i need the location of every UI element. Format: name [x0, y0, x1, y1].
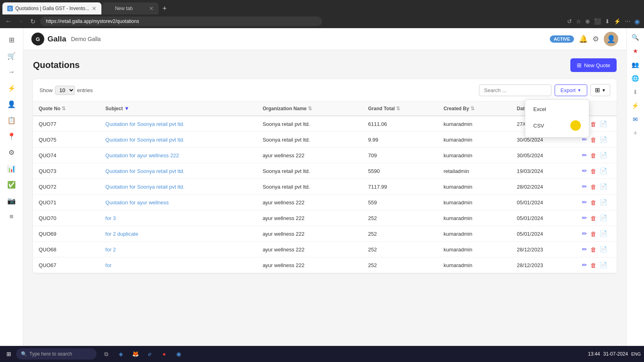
browser-icon-profile[interactable]: ◉	[634, 18, 640, 25]
right-icon-star[interactable]: ★	[630, 45, 642, 57]
sidebar-icon-arrow[interactable]: →	[4, 64, 19, 80]
sidebar-icon-list[interactable]: ≡	[4, 209, 19, 224]
forward-button[interactable]: →	[16, 18, 25, 25]
edit-icon[interactable]: ✏	[582, 230, 587, 237]
cell-subject[interactable]: Quotation for Soonya retail pvt ltd.	[100, 163, 257, 179]
taskbar-icon-firefox[interactable]: 🦊	[129, 348, 142, 360]
sidebar-icon-camera[interactable]: 📷	[4, 193, 19, 208]
view-icon[interactable]: 📄	[600, 152, 607, 159]
browser-icon-refresh[interactable]: ↺	[567, 18, 572, 25]
browser-icon-ext3[interactable]: ⚡	[614, 18, 621, 25]
notification-icon[interactable]: 🔔	[579, 35, 588, 43]
cell-subject[interactable]: Quotation for ayur wellness 222	[100, 148, 257, 163]
right-icon-download[interactable]: ⬇	[630, 86, 642, 98]
new-tab-button[interactable]: +	[159, 3, 170, 14]
cell-subject[interactable]: for 3	[100, 210, 257, 226]
dropdown-csv-item[interactable]: CSV	[525, 116, 589, 135]
edit-icon[interactable]: ✏	[582, 183, 587, 190]
cell-subject[interactable]: Quotation for Soonya retail pvt ltd.	[100, 116, 257, 132]
cell-subject[interactable]: Quotation for ayur wellness	[100, 195, 257, 210]
view-icon[interactable]: 📄	[600, 120, 607, 128]
browser-icon-more[interactable]: ⋯	[625, 18, 630, 25]
delete-icon[interactable]: 🗑	[590, 230, 597, 237]
browser-icon-download[interactable]: ⬇	[605, 18, 610, 25]
taskbar-icon-edge[interactable]: ◈	[114, 348, 127, 360]
taskbar-icon-ie[interactable]: ℯ	[143, 348, 156, 360]
delete-icon[interactable]: 🗑	[590, 168, 597, 175]
view-icon[interactable]: 📄	[600, 230, 607, 237]
delete-icon[interactable]: 🗑	[590, 262, 597, 269]
subject-link[interactable]: Quotation for ayur wellness 222	[105, 152, 179, 158]
sidebar-icon-contact[interactable]: 📋	[4, 113, 19, 128]
delete-icon[interactable]: 🗑	[590, 121, 597, 128]
browser-icon-ext2[interactable]: ⬛	[594, 18, 601, 25]
view-icon[interactable]: 📄	[600, 214, 607, 222]
edit-icon[interactable]: ✏	[582, 261, 587, 269]
delete-icon[interactable]: 🗑	[590, 199, 597, 206]
taskbar-icon-multi[interactable]: ⧉	[100, 348, 113, 360]
browser-icon-star[interactable]: ☆	[576, 18, 581, 25]
view-icon[interactable]: 📄	[600, 167, 607, 175]
view-icon[interactable]: 📄	[600, 261, 607, 269]
subject-link[interactable]: Quotation for Soonya retail pvt ltd.	[105, 121, 185, 127]
browser-icon-ext1[interactable]: ⊕	[585, 18, 590, 25]
sidebar-icon-reports[interactable]: 📊	[4, 161, 19, 176]
new-quote-button[interactable]: ⊞ New Quote	[570, 58, 617, 72]
export-button[interactable]: Export ▼	[555, 84, 587, 96]
delete-icon[interactable]: 🗑	[590, 183, 597, 190]
view-icon[interactable]: 📄	[600, 199, 607, 206]
close-tab-icon[interactable]: ✕	[92, 5, 97, 12]
right-icon-bolt[interactable]: ⚡	[630, 100, 642, 112]
subject-link[interactable]: for 2	[105, 247, 116, 253]
back-button[interactable]: ←	[4, 18, 13, 25]
avatar[interactable]: 👤	[604, 32, 618, 46]
sidebar-icon-settings[interactable]: ⚙	[4, 145, 19, 160]
subject-link[interactable]: Quotation for ayur wellness	[105, 200, 169, 206]
sidebar-icon-bolt[interactable]: ⚡	[4, 80, 19, 96]
refresh-button[interactable]: ↻	[28, 18, 37, 25]
taskbar-icon-chrome[interactable]: ●	[158, 348, 171, 360]
subject-link[interactable]: Quotation for Soonya retail pvt ltd.	[105, 137, 185, 143]
view-icon[interactable]: 📄	[600, 183, 607, 190]
cell-subject[interactable]: for	[100, 257, 257, 273]
dropdown-excel-item[interactable]: Excel	[525, 102, 589, 116]
right-icon-mail[interactable]: ✉	[630, 113, 642, 125]
right-icon-search[interactable]: 🔍	[630, 31, 642, 43]
subject-link[interactable]: Quotation for Soonya retail pvt ltd.	[105, 184, 185, 190]
delete-icon[interactable]: 🗑	[590, 152, 597, 159]
sidebar-icon-location[interactable]: 📍	[4, 129, 19, 144]
taskbar-search[interactable]: 🔍 Type here to search	[16, 348, 97, 360]
subject-link[interactable]: Quotation for Soonya retail pvt ltd.	[105, 168, 185, 174]
view-icon[interactable]: 📄	[600, 246, 607, 253]
edit-icon[interactable]: ✏	[582, 167, 587, 175]
subject-link[interactable]: for 2 duplicate	[105, 231, 138, 237]
taskbar-icon-app1[interactable]: ◉	[172, 348, 185, 360]
edit-icon[interactable]: ✏	[582, 246, 587, 253]
right-icon-people[interactable]: 👥	[630, 59, 642, 71]
inactive-tab[interactable]: New tab ✕	[102, 2, 159, 14]
gear-icon[interactable]: ⚙	[592, 35, 599, 43]
search-input[interactable]	[479, 84, 551, 96]
sidebar-icon-tasks[interactable]: ✅	[4, 177, 19, 192]
delete-icon[interactable]: 🗑	[590, 136, 597, 143]
sidebar-icon-shop[interactable]: 🛒	[4, 48, 19, 64]
subject-link[interactable]: for 3	[105, 215, 116, 221]
view-icon[interactable]: 📄	[600, 136, 607, 143]
start-button[interactable]: ⊞	[3, 349, 14, 359]
delete-icon[interactable]: 🗑	[590, 215, 597, 222]
view-toggle-button[interactable]: ⊞ ▼	[590, 84, 610, 96]
close-tab2-icon[interactable]: ✕	[149, 5, 154, 12]
cell-subject[interactable]: for 2	[100, 242, 257, 257]
edit-icon[interactable]: ✏	[582, 152, 587, 159]
edit-icon[interactable]: ✏	[582, 199, 587, 206]
entries-select[interactable]: 10 25 50	[55, 86, 75, 95]
right-icon-add[interactable]: +	[630, 127, 642, 139]
edit-icon[interactable]: ✏	[582, 214, 587, 222]
cell-subject[interactable]: for 2 duplicate	[100, 226, 257, 242]
sidebar-icon-user[interactable]: 👤	[4, 97, 19, 112]
url-bar[interactable]	[40, 16, 322, 26]
active-tab[interactable]: Q Quotations | Galla GST - Invento... ✕	[2, 2, 101, 14]
subject-link[interactable]: for	[105, 262, 111, 268]
right-icon-globe[interactable]: 🌐	[630, 72, 642, 84]
sidebar-icon-dashboard[interactable]: ⊞	[4, 32, 19, 47]
